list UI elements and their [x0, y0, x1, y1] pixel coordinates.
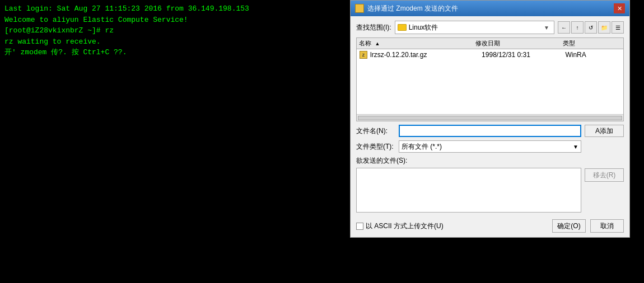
scrollbar-track: [358, 116, 622, 120]
file-date: 1998/12/31 0:31: [482, 51, 565, 59]
folder-icon: [398, 24, 407, 31]
chevron-down-icon: ▼: [573, 144, 578, 150]
filetype-row: 文件类型(T): 所有文件 (*.*) ▼: [356, 140, 624, 153]
send-files-area[interactable]: [356, 168, 581, 213]
filetype-value: 所有文件 (*.*): [402, 142, 442, 152]
location-bar: 查找范围(I): Linux软件 ▼ ← ↑ ↺ 📁 ☰: [356, 21, 624, 34]
terminal-line-3: Welcome to aliyun Elastic Compute Servic…: [4, 15, 346, 26]
zmodem-dialog: 选择通过 Zmodem 发送的文件 ✕ 查找范围(I): Linux软件 ▼ ←…: [350, 0, 630, 238]
terminal-line-6: rz waiting to receive.: [4, 36, 346, 48]
col-type-header[interactable]: 类型: [563, 39, 621, 48]
dialog-title-icon: [355, 4, 364, 13]
nav-buttons: ← ↑ ↺ 📁 ☰: [558, 21, 624, 34]
bottom-row: 以 ASCII 方式上传文件(U) 确定(O) 取消: [356, 219, 624, 233]
location-input[interactable]: Linux软件 ▼: [395, 21, 554, 34]
ascii-checkbox[interactable]: [356, 223, 363, 230]
view-button[interactable]: ☰: [612, 21, 624, 34]
send-files-label: 欲发送的文件(S):: [356, 156, 581, 166]
file-list: Z lrzsz-0.12.20.tar.gz 1998/12/31 0:31 W…: [357, 49, 623, 114]
table-row[interactable]: Z lrzsz-0.12.20.tar.gz 1998/12/31 0:31 W…: [357, 49, 623, 60]
up-button[interactable]: ↑: [571, 21, 584, 34]
terminal: Last login: Sat Aug 27 11:15:23 2016 fro…: [0, 0, 350, 283]
file-name: lrzsz-0.12.20.tar.gz: [370, 51, 482, 59]
col-name-header[interactable]: 名称 ▲: [359, 39, 475, 48]
close-button[interactable]: ✕: [614, 3, 625, 13]
filename-row: 文件名(N): A添加: [356, 125, 624, 137]
send-files-left: 欲发送的文件(S):: [356, 156, 581, 216]
ascii-label: 以 ASCII 方式上传文件(U): [366, 221, 444, 231]
refresh-button[interactable]: ↺: [585, 21, 597, 34]
right-section: 移去(R): [585, 156, 624, 216]
cancel-button[interactable]: 取消: [590, 219, 624, 233]
terminal-line-1: Last login: Sat Aug 27 11:15:23 2016 fro…: [4, 3, 346, 15]
dialog-title-text: 选择通过 Zmodem 发送的文件: [367, 4, 458, 13]
dialog-title-left: 选择通过 Zmodem 发送的文件: [355, 4, 458, 13]
new-folder-button[interactable]: 📁: [598, 21, 610, 34]
dialog-area: 选择通过 Zmodem 发送的文件 ✕ 查找范围(I): Linux软件 ▼ ←…: [350, 0, 644, 283]
zip-icon: Z: [360, 51, 367, 59]
add-button[interactable]: A添加: [585, 125, 624, 137]
send-files-section: 欲发送的文件(S): 移去(R): [356, 156, 624, 216]
file-list-header: 名称 ▲ 修改日期 类型: [357, 38, 623, 49]
filetype-label: 文件类型(T):: [356, 142, 395, 152]
dialog-body: 查找范围(I): Linux软件 ▼ ← ↑ ↺ 📁 ☰ 名称 ▲: [351, 16, 629, 237]
terminal-line-7: 开' zmodem 传?. 按 Ctrl+C ??.: [4, 47, 346, 58]
filename-input[interactable]: [399, 125, 581, 137]
ok-button[interactable]: 确定(O): [552, 219, 586, 233]
dialog-titlebar: 选择通过 Zmodem 发送的文件 ✕: [351, 1, 629, 16]
file-type: WinRA: [565, 51, 621, 59]
filename-label: 文件名(N):: [356, 126, 395, 136]
file-icon: Z: [359, 50, 368, 59]
file-list-container: 名称 ▲ 修改日期 类型 Z lrzsz-0.12.20.tar.gz 1998…: [356, 37, 624, 121]
checkbox-area: 以 ASCII 方式上传文件(U): [356, 221, 548, 231]
filetype-select[interactable]: 所有文件 (*.*) ▼: [399, 140, 581, 153]
sort-arrow-icon: ▲: [374, 41, 380, 46]
horizontal-scrollbar[interactable]: [357, 114, 623, 121]
col-date-header[interactable]: 修改日期: [475, 39, 563, 48]
chevron-down-icon: ▼: [544, 25, 552, 31]
location-text: Linux软件: [409, 23, 542, 32]
location-label: 查找范围(I):: [356, 23, 391, 32]
terminal-line-5: [root@iZ28vkixnbrZ ~]# rz: [4, 25, 346, 36]
back-button[interactable]: ←: [558, 21, 570, 34]
remove-button[interactable]: 移去(R): [585, 168, 624, 182]
